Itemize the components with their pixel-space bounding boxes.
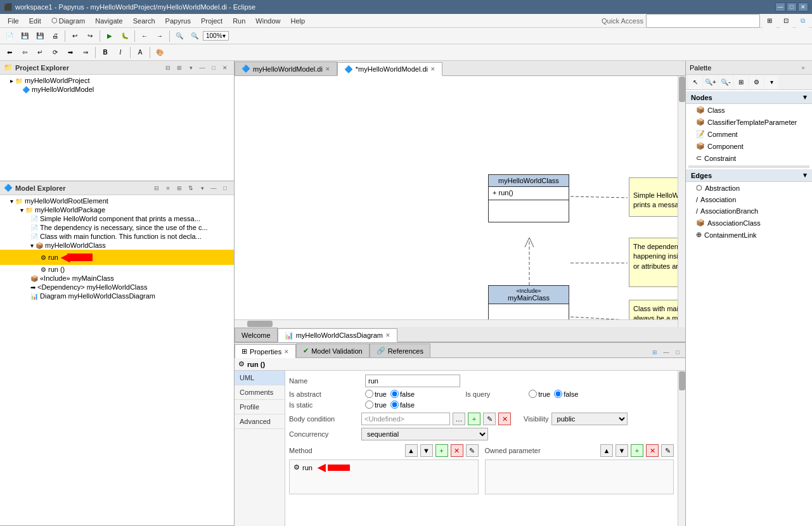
print-button[interactable]: 🖨 [48,29,62,43]
me-btn4[interactable]: ⇅ [186,183,196,193]
tb2-btn6[interactable]: ⇒ [79,46,93,60]
param-edit-btn[interactable]: ✎ [661,444,674,457]
simple-hello-item[interactable]: 📄 Simple HelloWorld component that print… [0,214,234,223]
pe-link-btn[interactable]: ⊞ [174,63,184,73]
tb2-btn3[interactable]: ↵ [33,46,47,60]
method-item-run[interactable]: ⚙ run ◀ [290,460,478,475]
prop-body-combo[interactable]: <Undefined> [361,413,450,425]
minimize-button[interactable]: — [775,3,785,11]
prop-sidebar-profile[interactable]: Profile [235,400,285,414]
method-down-btn[interactable]: ▼ [420,444,433,457]
body-del-btn[interactable]: ✕ [498,413,511,425]
new-button[interactable]: 📄 [3,29,16,43]
maximize-button[interactable]: □ [787,3,797,11]
class-diagram-tab-close[interactable]: ✕ [385,332,390,338]
body-add-btn[interactable]: + [468,413,480,425]
query-false-option[interactable]: false [554,390,578,398]
query-true-option[interactable]: true [529,390,550,398]
me-btn5[interactable]: ▾ [197,183,207,193]
prop-min-btn[interactable]: — [661,347,671,357]
body-edit-btn[interactable]: … [453,413,465,425]
palette-association[interactable]: / Association [686,194,812,205]
menu-papyrus[interactable]: Papyrus [160,16,196,26]
tb2-btn4[interactable]: ⟳ [48,46,62,60]
prop-tab-close[interactable]: ✕ [284,349,289,355]
palette-association-branch[interactable]: / AssociationBranch [686,205,812,217]
menu-run[interactable]: Run [228,16,250,26]
run-op-item[interactable]: ⚙ run () [0,265,234,274]
save-button[interactable]: 💾 [18,29,32,43]
di-tab-active[interactable]: 🔷 *myHelloWorldModel.di ✕ [337,62,442,76]
prop-concurrency-select[interactable]: sequential concurrent guarded [361,428,488,440]
close-button[interactable]: ✕ [798,3,808,11]
palette-class[interactable]: 📦 Class [686,104,812,116]
palette-menu-btn[interactable]: ▾ [764,75,778,89]
me-btn3[interactable]: ⊞ [174,183,184,193]
diagram-item[interactable]: 📊 Diagram myHelloWorldClassDiagram [0,292,234,300]
welcome-tab[interactable]: Welcome [235,328,278,342]
palette-zoom-in-btn[interactable]: 🔍+ [704,75,718,89]
zoom-out-button[interactable]: 🔍 [188,29,202,43]
palette-pointer-btn[interactable]: ↖ [688,75,702,89]
static-false-radio[interactable] [390,401,399,409]
italic-button[interactable]: I [113,46,127,60]
prop-visibility-select[interactable]: public private protected [551,413,628,425]
zoom-in-button[interactable]: 🔍 [172,29,186,43]
abstract-false-option[interactable]: false [390,390,415,398]
di-tab[interactable]: 🔷 myHelloWorldModel.di ✕ [235,61,337,75]
bold-button[interactable]: B [98,46,112,60]
method-del-btn[interactable]: ✕ [451,444,463,457]
prop-sidebar-comments[interactable]: Comments [235,385,285,400]
param-add-btn[interactable]: + [631,444,643,457]
di-tab-active-close[interactable]: ✕ [430,66,435,72]
palette-association-class[interactable]: 📦 AssociationClass [686,217,812,229]
me-btn2[interactable]: ≡ [163,183,173,193]
menu-file[interactable]: File [3,16,24,26]
palette-expand-btn[interactable]: » [798,63,808,73]
prop-link-btn[interactable]: ⊞ [650,347,660,357]
diagram-scrollbar-h[interactable] [235,319,678,327]
menu-help[interactable]: Help [285,16,310,26]
save-all-button[interactable]: 💾 [33,29,47,43]
redo-button[interactable]: ↪ [83,29,97,43]
dep2-item[interactable]: ➡ <Dependency> myHelloWorldClass [0,283,234,292]
param-down-btn[interactable]: ▼ [615,444,628,457]
color-button[interactable]: 🎨 [153,46,167,60]
menu-window[interactable]: Window [250,16,285,26]
back-button[interactable]: ← [138,29,151,43]
prop-sidebar-advanced[interactable]: Advanced [235,414,285,429]
quick-access-input[interactable] [646,14,760,28]
perspective-button2[interactable]: ⧉ [796,14,809,28]
menu-project[interactable]: Project [196,16,228,26]
me-max-btn[interactable]: □ [220,183,230,193]
open-perspective-button[interactable]: ⊞ [763,14,777,28]
static-false-option[interactable]: false [390,401,415,409]
query-false-radio[interactable] [554,390,562,398]
tb2-btn1[interactable]: ⬅ [3,46,16,60]
class-diagram-tab[interactable]: 📊 myHelloWorldClassDiagram ✕ [278,328,397,342]
di-tab-close[interactable]: ✕ [325,66,330,72]
palette-zoom-out-btn[interactable]: 🔍- [719,75,733,89]
query-true-radio[interactable] [529,390,537,398]
palette-abstraction[interactable]: ⬡ Abstraction [686,182,812,194]
body-edit2-btn[interactable]: ✎ [483,413,496,425]
abstract-true-option[interactable]: true [365,390,387,398]
prop-sidebar-uml[interactable]: UML [235,371,285,385]
pe-close-btn[interactable]: ✕ [220,63,230,73]
palette-layout-btn[interactable]: ⊞ [734,75,748,89]
forward-button[interactable]: → [153,29,167,43]
root-element-item[interactable]: ▾ 📁 myHelloWorldRootElement [0,196,234,205]
static-true-radio[interactable] [365,401,373,409]
pe-max-btn[interactable]: □ [209,63,219,73]
menu-navigate[interactable]: Navigate [90,16,127,26]
pe-menu-btn[interactable]: ▾ [186,63,196,73]
dependency-item[interactable]: 📄 The dependency is necessary, since the… [0,223,234,232]
palette-settings-btn[interactable]: ⚙ [749,75,763,89]
model-item[interactable]: 🔷 myHelloWorldModel [0,85,234,94]
param-up-btn[interactable]: ▲ [600,444,613,457]
debug-button[interactable]: 🐛 [118,29,132,43]
abstract-false-radio[interactable] [390,390,399,398]
prop-tab-validation[interactable]: ✔ Model Validation [296,343,370,357]
method-add-btn[interactable]: + [435,444,448,457]
pe-min-btn[interactable]: — [197,63,207,73]
